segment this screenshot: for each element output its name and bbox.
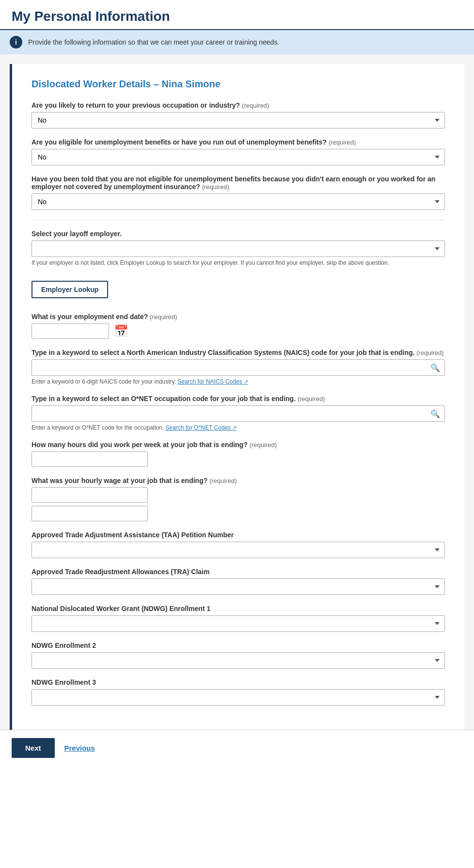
page-container: My Personal Information i Provide the fo… <box>0 0 474 868</box>
unemployment-eligible-select[interactable]: No Yes <box>32 149 445 165</box>
divider-1 <box>32 220 445 220</box>
employment-end-date-input[interactable] <box>32 323 109 339</box>
onet-code-label: Type in a keyword to select an O*NET occ… <box>32 395 445 402</box>
onet-code-input[interactable] <box>32 405 445 422</box>
main-content: Dislocated Worker Details – Nina Simone … <box>0 54 474 730</box>
previous-button[interactable]: Previous <box>64 744 95 752</box>
page-header: My Personal Information <box>0 0 474 30</box>
naics-code-label: Type in a keyword to select a North Amer… <box>32 349 445 356</box>
calendar-icon[interactable]: 📅 <box>114 324 128 338</box>
naics-code-group: Type in a keyword to select a North Amer… <box>32 349 445 385</box>
info-banner: i Provide the following information so t… <box>0 30 474 54</box>
ndwg-enrollment2-select[interactable] <box>32 652 445 669</box>
not-eligible-unemployment-label: Have you been told that you are not elig… <box>32 175 445 191</box>
employment-end-date-label: What is your employment end date? (requi… <box>32 313 445 321</box>
unemployment-eligible-label: Are you eligible for unemployment benefi… <box>32 138 445 146</box>
not-eligible-unemployment-group: Have you been told that you are not elig… <box>32 175 445 210</box>
next-button[interactable]: Next <box>12 738 55 758</box>
naics-search-icon: 🔍 <box>430 363 440 372</box>
layoff-employer-select[interactable] <box>32 241 445 257</box>
naics-search-link[interactable]: Search for NAICS Codes <box>177 378 248 385</box>
onet-code-group: Type in a keyword to select an O*NET occ… <box>32 395 445 431</box>
naics-code-input[interactable] <box>32 359 445 376</box>
hourly-wage-input-1[interactable] <box>32 487 148 503</box>
taa-petition-select[interactable] <box>32 542 445 558</box>
section-title: Dislocated Worker Details – Nina Simone <box>32 79 445 90</box>
layoff-employer-label: Select your layoff employer. <box>32 230 445 238</box>
ndwg-enrollment3-label: NDWG Enrollment 3 <box>32 678 445 686</box>
hours-per-week-input[interactable] <box>32 451 148 467</box>
onet-search-icon: 🔍 <box>430 409 440 418</box>
ndwg-enrollment3-select[interactable] <box>32 689 445 706</box>
return-occupation-label: Are you likely to return to your previou… <box>32 101 445 109</box>
onet-hint: Enter a keyword or O*NET code for the oc… <box>32 424 445 431</box>
not-eligible-unemployment-select[interactable]: No Yes <box>32 193 445 210</box>
info-icon: i <box>10 36 22 48</box>
form-card: Dislocated Worker Details – Nina Simone … <box>10 64 464 730</box>
tra-claim-select[interactable] <box>32 579 445 595</box>
footer-bar: Next Previous <box>0 730 474 766</box>
employment-end-date-group: What is your employment end date? (requi… <box>32 313 445 339</box>
ndwg-enrollment1-select[interactable] <box>32 615 445 632</box>
hourly-wage-input-2[interactable] <box>32 506 148 521</box>
page-title: My Personal Information <box>12 9 462 24</box>
tra-claim-label: Approved Trade Readjustment Allowances (… <box>32 568 445 576</box>
ndwg-enrollment2-group: NDWG Enrollment 2 <box>32 642 445 669</box>
onet-search-link[interactable]: Search for O*NET Codes <box>166 424 237 431</box>
tra-claim-group: Approved Trade Readjustment Allowances (… <box>32 568 445 595</box>
date-row: 📅 <box>32 323 445 339</box>
taa-petition-group: Approved Trade Adjustment Assistance (TA… <box>32 531 445 558</box>
unemployment-eligible-group: Are you eligible for unemployment benefi… <box>32 138 445 165</box>
employer-lookup-group: Employer Lookup <box>32 276 445 303</box>
hourly-wage-label: What was your hourly wage at your job th… <box>32 477 445 484</box>
hourly-wage-group: What was your hourly wage at your job th… <box>32 477 445 521</box>
onet-search-wrapper: 🔍 <box>32 405 445 422</box>
naics-search-wrapper: 🔍 <box>32 359 445 376</box>
layoff-employer-hint: If your employer is not listed, click Em… <box>32 259 445 266</box>
naics-hint: Enter a keyword or 6-digit NAICS code fo… <box>32 378 445 385</box>
ndwg-enrollment3-group: NDWG Enrollment 3 <box>32 678 445 706</box>
layoff-employer-group: Select your layoff employer. If your emp… <box>32 230 445 266</box>
hours-per-week-label: How many hours did you work per week at … <box>32 441 445 449</box>
taa-petition-label: Approved Trade Adjustment Assistance (TA… <box>32 531 445 539</box>
return-occupation-group: Are you likely to return to your previou… <box>32 101 445 129</box>
ndwg-enrollment2-label: NDWG Enrollment 2 <box>32 642 445 649</box>
hours-per-week-group: How many hours did you work per week at … <box>32 441 445 467</box>
employer-lookup-button[interactable]: Employer Lookup <box>32 281 108 298</box>
return-occupation-select[interactable]: No Yes <box>32 112 445 129</box>
ndwg-enrollment1-group: National Dislocated Worker Grant (NDWG) … <box>32 605 445 632</box>
banner-text: Provide the following information so tha… <box>28 38 279 46</box>
ndwg-enrollment1-label: National Dislocated Worker Grant (NDWG) … <box>32 605 445 612</box>
wage-inputs <box>32 487 445 521</box>
